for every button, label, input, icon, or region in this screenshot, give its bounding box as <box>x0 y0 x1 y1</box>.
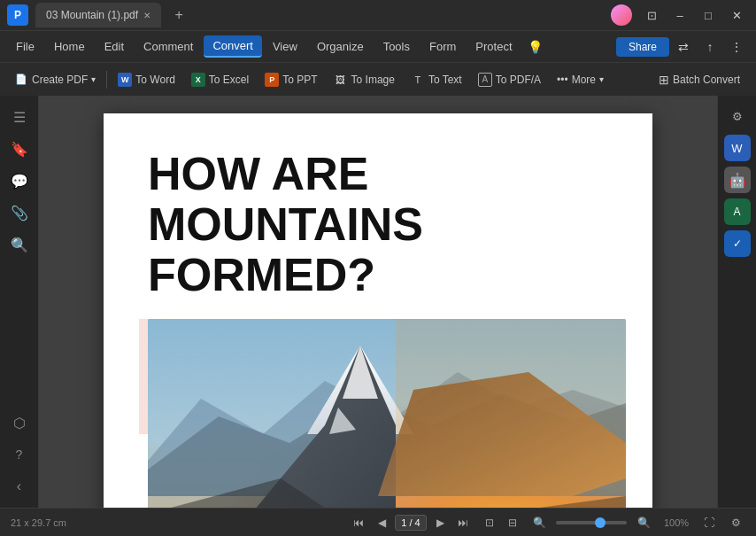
sidebar-thumbnail-icon[interactable]: ☰ <box>5 103 34 131</box>
right-sidebar-settings-icon[interactable]: ⚙ <box>724 103 751 129</box>
to-excel-button[interactable]: X To Excel <box>184 69 256 90</box>
status-bar: 21 x 29.7 cm ⏮ ◀ ▶ ⏭ ⊡ ⊟ 🔍 🔍 100% ⛶ ⚙ <box>0 508 756 536</box>
zoom-out-button[interactable]: 🔍 <box>529 513 549 532</box>
prev-page-button[interactable]: ◀ <box>372 513 391 532</box>
tab-filename: 03 Mountain (1).pdf <box>46 9 138 21</box>
minimize-button[interactable]: – <box>667 3 692 27</box>
new-tab-button[interactable]: + <box>168 4 189 26</box>
main-content: ☰ 🔖 💬 📎 🔍 ⬡ ? ‹ HOW ARE MOUNTAINS FORMED… <box>0 96 756 508</box>
to-excel-icon: X <box>191 73 205 87</box>
create-pdf-button[interactable]: 📄 Create PDF ▾ <box>7 69 103 90</box>
page-navigation: ⏮ ◀ ▶ ⏭ <box>349 513 473 532</box>
svg-rect-11 <box>396 319 626 508</box>
menu-convert[interactable]: Convert <box>204 35 262 58</box>
more-dots-icon: ••• <box>557 74 568 86</box>
create-pdf-icon: 📄 <box>14 73 28 87</box>
right-sidebar-word-icon[interactable]: W <box>724 135 751 161</box>
to-image-button[interactable]: 🖼 To Image <box>327 69 402 90</box>
next-page-button[interactable]: ▶ <box>430 513 450 532</box>
to-word-icon: W <box>118 73 132 87</box>
to-text-button[interactable]: T To Text <box>404 69 469 90</box>
tab-close-icon[interactable]: ✕ <box>143 11 150 20</box>
pdf-image-area <box>148 319 608 508</box>
to-image-icon: 🖼 <box>334 73 348 87</box>
first-page-button[interactable]: ⏮ <box>349 513 368 532</box>
menu-extra-icon[interactable]: 💡 <box>523 35 548 59</box>
sidebar-bookmark-icon[interactable]: 🔖 <box>5 135 34 163</box>
last-page-button[interactable]: ⏭ <box>453 513 473 532</box>
mountain-svg <box>148 319 626 508</box>
pdf-page-title: HOW ARE MOUNTAINS FORMED? <box>148 149 608 301</box>
upload-icon[interactable]: ↑ <box>698 35 722 59</box>
right-sidebar-robot-icon[interactable]: 🤖 <box>724 167 751 193</box>
sidebar-help-icon[interactable]: ? <box>5 440 34 469</box>
sidebar-layers-icon[interactable]: ⬡ <box>5 408 34 437</box>
pdf-page: HOW ARE MOUNTAINS FORMED? <box>104 113 652 508</box>
fit-page-button[interactable]: ⊡ <box>480 513 499 532</box>
toolbar-divider-1 <box>106 71 107 89</box>
to-ppt-button[interactable]: P To PPT <box>258 69 324 90</box>
user-avatar[interactable] <box>611 4 632 26</box>
menu-comment[interactable]: Comment <box>135 36 202 57</box>
convert-toolbar: 📄 Create PDF ▾ W To Word X To Excel P To… <box>0 62 756 96</box>
menu-bar: File Home Edit Comment Convert View Orga… <box>0 30 756 62</box>
to-pdfa-button[interactable]: A To PDF/A <box>471 69 548 90</box>
menu-home[interactable]: Home <box>45 36 94 57</box>
restore-button[interactable]: ⊡ <box>639 3 664 27</box>
zoom-slider[interactable] <box>556 521 627 524</box>
sidebar-attachment-icon[interactable]: 📎 <box>5 198 34 227</box>
menu-file[interactable]: File <box>7 36 43 57</box>
pdf-mountain-image <box>148 319 626 508</box>
fullscreen-button[interactable]: ⛶ <box>699 513 719 532</box>
sidebar-collapse-icon[interactable]: ‹ <box>5 472 34 501</box>
to-pdfa-icon: A <box>478 73 492 87</box>
sync-icon[interactable]: ⇄ <box>671 35 696 59</box>
view-controls: ⊡ ⊟ <box>480 513 522 532</box>
fit-width-button[interactable]: ⊟ <box>503 513 522 532</box>
menu-organize[interactable]: Organize <box>308 36 373 57</box>
batch-convert-button[interactable]: ⊞ Batch Convert <box>650 69 749 90</box>
zoom-in-button[interactable]: 🔍 <box>634 513 653 532</box>
sidebar-search-icon[interactable]: 🔍 <box>5 230 34 259</box>
zoom-thumb <box>595 517 606 528</box>
menu-view[interactable]: View <box>264 36 306 57</box>
left-sidebar: ☰ 🔖 💬 📎 🔍 ⬡ ? ‹ <box>0 96 39 508</box>
maximize-button[interactable]: □ <box>696 3 721 27</box>
menu-tools[interactable]: Tools <box>374 36 419 57</box>
to-text-icon: T <box>411 73 425 87</box>
tab-current[interactable]: 03 Mountain (1).pdf ✕ <box>35 3 161 27</box>
to-word-button[interactable]: W To Word <box>111 69 181 90</box>
to-ppt-icon: P <box>265 73 279 87</box>
batch-icon: ⊞ <box>659 73 669 87</box>
page-number-input[interactable] <box>395 515 427 531</box>
window-controls: ⊡ – □ ✕ <box>611 3 749 27</box>
more-button[interactable]: ••• More ▾ <box>550 70 611 89</box>
close-button[interactable]: ✕ <box>724 3 749 27</box>
right-sidebar-ai-icon[interactable]: A <box>724 198 751 225</box>
app-logo: P <box>7 4 28 26</box>
page-dimensions: 21 x 29.7 cm <box>11 517 66 528</box>
menu-form[interactable]: Form <box>420 36 465 57</box>
title-bar: P 03 Mountain (1).pdf ✕ + ⊡ – □ ✕ <box>0 0 756 30</box>
more-menu-icon[interactable]: ⋮ <box>724 35 749 59</box>
menu-edit[interactable]: Edit <box>96 36 133 57</box>
right-sidebar-blue-icon[interactable]: ✓ <box>724 230 751 257</box>
sidebar-comment-icon[interactable]: 💬 <box>5 167 34 195</box>
right-sidebar: ⚙ W 🤖 A ✓ <box>717 96 756 508</box>
share-button[interactable]: Share <box>616 37 669 57</box>
more-options-button[interactable]: ⚙ <box>726 513 745 532</box>
mountain-scene <box>148 319 626 508</box>
zoom-percentage: 100% <box>660 517 692 528</box>
pdf-viewer: HOW ARE MOUNTAINS FORMED? <box>39 96 717 508</box>
menu-protect[interactable]: Protect <box>467 36 521 57</box>
